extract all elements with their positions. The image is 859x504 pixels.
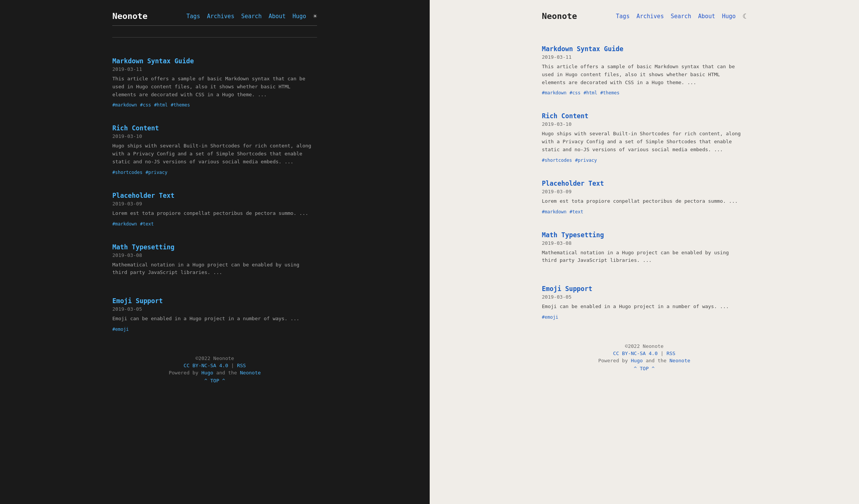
dark-nav-hugo[interactable]: Hugo [292, 13, 306, 20]
light-footer-copyright: ©2022 Neonote [542, 343, 747, 349]
post-tag[interactable]: #css [140, 102, 151, 108]
neonote-link[interactable]: Neonote [240, 370, 261, 376]
post-tag[interactable]: #privacy [575, 158, 597, 163]
rss-link[interactable]: RSS [237, 363, 246, 368]
post-tags: #markdown#text [112, 221, 317, 227]
light-nav-hugo[interactable]: Hugo [722, 13, 736, 20]
rss-link[interactable]: RSS [666, 351, 675, 356]
dark-nav: Tags Archives Search About Hugo ☀ [187, 12, 317, 20]
light-nav-about[interactable]: About [698, 13, 715, 20]
post-tags: #shortcodes#privacy [542, 158, 747, 163]
post-excerpt: Hugo ships with several Built-in Shortco… [542, 130, 747, 153]
post-excerpt: Hugo ships with several Built-in Shortco… [112, 142, 317, 166]
light-panel: Neonote Tags Archives Search About Hugo … [430, 0, 859, 504]
list-item: Math Typesetting2019-03-08Mathematical n… [112, 235, 317, 289]
dark-footer-copyright: ©2022 Neonote [112, 355, 317, 361]
list-item: Emoji Support2019-03-05Emoji can be enab… [542, 277, 747, 328]
post-excerpt: Mathematical notation in a Hugo project … [112, 261, 317, 277]
post-title-link[interactable]: Emoji Support [542, 285, 747, 293]
light-header: Neonote Tags Archives Search About Hugo … [542, 11, 747, 25]
post-title-link[interactable]: Math Typesetting [542, 231, 747, 239]
light-top-link[interactable]: ^ TOP ^ [542, 366, 747, 371]
post-tag[interactable]: #css [570, 90, 581, 95]
post-title-link[interactable]: Emoji Support [112, 297, 317, 305]
post-title-link[interactable]: Markdown Syntax Guide [112, 57, 317, 65]
post-tag[interactable]: #text [140, 221, 154, 227]
post-title-link[interactable]: Markdown Syntax Guide [542, 45, 747, 53]
dark-divider [112, 37, 317, 38]
dark-post-list: Markdown Syntax Guide2019-03-11This arti… [112, 49, 317, 340]
post-tags: #emoji [112, 327, 317, 332]
list-item: Placeholder Text2019-03-09Lorem est tota… [542, 171, 747, 223]
post-tag[interactable]: #markdown [542, 209, 567, 214]
post-title-link[interactable]: Math Typesetting [112, 243, 317, 251]
post-tag[interactable]: #markdown [112, 102, 137, 108]
list-item: Markdown Syntax Guide2019-03-11This arti… [542, 37, 747, 104]
dark-nav-archives[interactable]: Archives [207, 13, 234, 20]
post-date: 2019-03-05 [542, 294, 747, 300]
post-excerpt: Lorem est tota propiore conpellat pector… [112, 210, 317, 218]
post-tag[interactable]: #text [570, 209, 583, 214]
post-excerpt: This article offers a sample of basic Ma… [542, 63, 747, 86]
light-footer-license: CC BY-NC-SA 4.0 | RSS [542, 351, 747, 356]
light-nav-tags[interactable]: Tags [616, 13, 630, 20]
dark-site-title: Neonote [112, 11, 148, 21]
post-excerpt: Emoji can be enabled in a Hugo project i… [542, 303, 747, 311]
post-date: 2019-03-05 [112, 306, 317, 312]
light-footer: ©2022 Neonote CC BY-NC-SA 4.0 | RSS Powe… [542, 343, 747, 371]
list-item: Rich Content2019-03-10Hugo ships with se… [112, 116, 317, 183]
post-date: 2019-03-09 [542, 189, 747, 194]
post-title-link[interactable]: Placeholder Text [112, 192, 317, 199]
light-post-list: Markdown Syntax Guide2019-03-11This arti… [542, 37, 747, 328]
post-tag[interactable]: #html [584, 90, 597, 95]
post-date: 2019-03-11 [112, 66, 317, 72]
license-link[interactable]: CC BY-NC-SA 4.0 [613, 351, 658, 356]
list-item: Rich Content2019-03-10Hugo ships with se… [542, 104, 747, 171]
post-tags: #emoji [542, 315, 747, 320]
post-tags: #markdown#text [542, 209, 747, 214]
post-excerpt: Lorem est tota propiore conpellat pector… [542, 197, 747, 205]
neonote-link[interactable]: Neonote [669, 358, 690, 363]
dark-nav-tags[interactable]: Tags [187, 13, 200, 20]
light-nav-archives[interactable]: Archives [636, 13, 664, 20]
light-theme-toggle-icon[interactable]: ☾ [743, 12, 747, 20]
post-tag[interactable]: #html [154, 102, 168, 108]
light-nav-search[interactable]: Search [671, 13, 691, 20]
list-item: Emoji Support2019-03-05Emoji can be enab… [112, 289, 317, 340]
list-item: Math Typesetting2019-03-08Mathematical n… [542, 223, 747, 277]
post-tag[interactable]: #shortcodes [542, 158, 572, 163]
post-title-link[interactable]: Rich Content [542, 112, 747, 120]
post-date: 2019-03-08 [542, 240, 747, 246]
list-item: Markdown Syntax Guide2019-03-11This arti… [112, 49, 317, 116]
post-tag[interactable]: #markdown [112, 221, 137, 227]
post-date: 2019-03-08 [112, 252, 317, 258]
hugo-link[interactable]: Hugo [201, 370, 213, 376]
hugo-link[interactable]: Hugo [631, 358, 643, 363]
dark-panel: Neonote Tags Archives Search About Hugo … [0, 0, 430, 504]
post-excerpt: This article offers a sample of basic Ma… [112, 75, 317, 99]
post-date: 2019-03-10 [542, 121, 747, 127]
post-tag[interactable]: #emoji [112, 327, 129, 332]
light-nav: Tags Archives Search About Hugo ☾ [616, 12, 747, 20]
post-date: 2019-03-09 [112, 201, 317, 207]
post-tag[interactable]: #shortcodes [112, 170, 142, 175]
post-tags: #markdown#css#html#themes [542, 90, 747, 95]
post-tag[interactable]: #privacy [146, 170, 168, 175]
dark-nav-search[interactable]: Search [241, 13, 262, 20]
dark-nav-about[interactable]: About [269, 13, 286, 20]
dark-footer: ©2022 Neonote CC BY-NC-SA 4.0 | RSS Powe… [112, 355, 317, 383]
post-tag[interactable]: #themes [600, 90, 620, 95]
license-link[interactable]: CC BY-NC-SA 4.0 [184, 363, 228, 368]
post-tag[interactable]: #markdown [542, 90, 567, 95]
list-item: Placeholder Text2019-03-09Lorem est tota… [112, 183, 317, 235]
dark-header: Neonote Tags Archives Search About Hugo … [112, 11, 317, 26]
post-excerpt: Mathematical notation in a Hugo project … [542, 249, 747, 265]
post-date: 2019-03-11 [542, 54, 747, 60]
dark-top-link[interactable]: ^ TOP ^ [112, 378, 317, 383]
post-tag[interactable]: #themes [171, 102, 190, 108]
post-title-link[interactable]: Placeholder Text [542, 180, 747, 187]
dark-theme-toggle-icon[interactable]: ☀ [313, 12, 317, 20]
post-tag[interactable]: #emoji [542, 315, 558, 320]
post-excerpt: Emoji can be enabled in a Hugo project i… [112, 315, 317, 323]
post-title-link[interactable]: Rich Content [112, 124, 317, 132]
